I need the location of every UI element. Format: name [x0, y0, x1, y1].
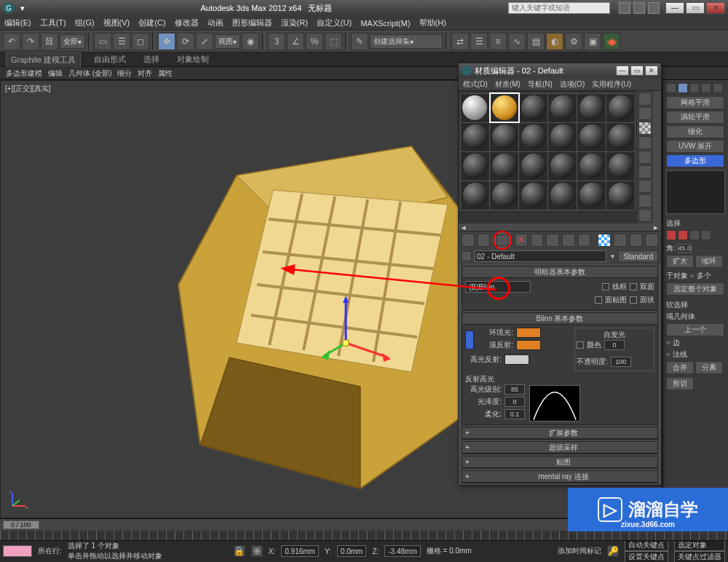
me-menu-utilities[interactable]: 实用程序(U): [592, 79, 631, 90]
material-editor-button[interactable]: ◐: [546, 33, 563, 50]
mod-uvwunwrap[interactable]: UVW 展开: [666, 140, 724, 153]
select-name-button[interactable]: ☰: [113, 33, 130, 50]
panel-create-icon[interactable]: [666, 83, 676, 93]
z-coord-field[interactable]: -3.48mm: [384, 545, 420, 557]
me-makeunique-icon[interactable]: [546, 234, 559, 247]
material-editor-titlebar[interactable]: 材质编辑器 - 02 - Default — ▭ ✕: [459, 63, 661, 78]
panel-display-icon[interactable]: [713, 83, 723, 93]
menu-help[interactable]: 帮助(H): [419, 17, 446, 28]
script-listener[interactable]: [3, 545, 32, 557]
menu-edit[interactable]: 编辑(E): [4, 17, 31, 28]
tab-selection[interactable]: 选择: [139, 52, 164, 66]
undo-button[interactable]: ↶: [3, 33, 20, 50]
grow-button[interactable]: 扩大: [666, 255, 694, 268]
rollout-blinn-head[interactable]: Blinn 基本参数: [462, 313, 657, 325]
tab-freeform[interactable]: 自由形式: [90, 52, 130, 66]
viewport-label[interactable]: [+][正交][真实]: [5, 84, 51, 94]
me-gotoparent-icon[interactable]: [630, 234, 643, 247]
me-uvtile-icon[interactable]: [638, 136, 652, 149]
time-ruler[interactable]: [0, 531, 728, 541]
attach-button[interactable]: 合并: [666, 361, 694, 374]
me-reset-icon[interactable]: ✕: [515, 234, 528, 247]
y-coord-field[interactable]: 0.0mm: [337, 545, 367, 557]
curve-editor-button[interactable]: ∿: [508, 33, 526, 50]
me-showmap-icon[interactable]: [598, 234, 611, 247]
menu-animation[interactable]: 动画: [207, 17, 223, 28]
spinner-snap-button[interactable]: ⬚: [325, 33, 342, 50]
me-pick-icon[interactable]: [462, 251, 472, 261]
me-putmat-icon[interactable]: [478, 234, 491, 247]
twosided-checkbox[interactable]: [630, 283, 637, 290]
subobj-vertex-icon[interactable]: [666, 230, 676, 240]
schematic-button[interactable]: ▤: [527, 33, 545, 50]
x-coord-field[interactable]: 0.916mm: [281, 545, 319, 557]
redo-button[interactable]: ↷: [22, 33, 39, 50]
key-icon[interactable]: 🔑: [607, 545, 619, 557]
mod-selected-epoly[interactable]: 多边形: [666, 154, 724, 167]
rotate-button[interactable]: ⟳: [177, 33, 194, 50]
filter-dropdown[interactable]: 全部 ▾: [60, 34, 85, 49]
mod-turbosmooth[interactable]: 涡轮平滑: [666, 111, 724, 124]
me-menu-material[interactable]: 材质(M): [495, 79, 521, 90]
select-whole-button[interactable]: 选定整个对象: [666, 282, 724, 296]
mod-tessellate[interactable]: 细化: [666, 125, 724, 138]
keyfilter-button[interactable]: 关键点过滤器: [674, 551, 725, 562]
me-puttolib-icon[interactable]: [562, 234, 575, 247]
help-icon[interactable]: [619, 2, 630, 14]
pivot-button[interactable]: ◉: [242, 33, 259, 50]
tab-graphite[interactable]: Graphite 建模工具: [6, 52, 81, 67]
rollout-supersampling-head[interactable]: +超级采样: [462, 442, 657, 454]
angle-spinner[interactable]: 45.0: [678, 244, 692, 253]
specular-color-swatch[interactable]: [505, 355, 529, 365]
render-button[interactable]: 🫖: [603, 33, 620, 50]
subtab-subdivide[interactable]: 细分: [117, 68, 132, 79]
subobj-border-icon[interactable]: [689, 230, 700, 240]
me-menu-navigation[interactable]: 导航(N): [528, 79, 553, 90]
me-preview-icon[interactable]: [638, 165, 652, 178]
material-name-input[interactable]: [475, 250, 606, 262]
lock-selection-icon[interactable]: 🔒: [234, 545, 245, 557]
menu-customize[interactable]: 自定义(U): [317, 17, 352, 28]
me-videocolor-icon[interactable]: [638, 151, 652, 164]
shader-dropdown[interactable]: (B)Blinn: [465, 281, 531, 293]
select-region-button[interactable]: ◻: [132, 33, 149, 50]
help-search-input[interactable]: 键入关键字或短语: [508, 2, 610, 14]
star-icon[interactable]: [633, 2, 645, 14]
rollout-extended-head[interactable]: +扩展参数: [462, 427, 657, 439]
menu-group[interactable]: 组(G): [75, 17, 95, 28]
me-sample-type-icon[interactable]: [638, 92, 652, 106]
me-scroll-right-icon[interactable]: ▸: [654, 223, 658, 232]
addtime-label[interactable]: 添加时间标记: [558, 546, 601, 556]
me-getmat-icon[interactable]: [462, 234, 475, 247]
me-gotosibling-icon[interactable]: [645, 234, 658, 247]
me-selectbymat-icon[interactable]: [638, 194, 652, 207]
me-maximize-button[interactable]: ▭: [630, 66, 644, 76]
modifier-stack-view[interactable]: [666, 170, 725, 214]
subtab-polymodel[interactable]: 多边形建模: [6, 68, 42, 79]
me-makecopy-icon[interactable]: [531, 234, 544, 247]
select-button[interactable]: ▭: [94, 33, 111, 50]
speclevel-spinner[interactable]: 85: [505, 384, 525, 395]
faceted-checkbox[interactable]: [630, 296, 637, 304]
selected-set-field[interactable]: 选定对象: [674, 539, 725, 551]
subtab-edit[interactable]: 编辑: [48, 68, 63, 79]
menu-views[interactable]: 视图(V): [103, 17, 130, 28]
topone-button[interactable]: 上一个: [666, 323, 724, 336]
selfillum-spinner[interactable]: 0: [604, 340, 625, 350]
me-background-icon[interactable]: [638, 122, 652, 135]
menu-create[interactable]: 创建(C): [138, 17, 165, 28]
refcoord-dropdown[interactable]: 视图 ▾: [215, 34, 240, 49]
layer-button[interactable]: ≡: [489, 33, 507, 50]
subobj-edge-icon[interactable]: [678, 230, 688, 240]
me-close-button[interactable]: ✕: [645, 66, 658, 76]
maximize-button[interactable]: ▭: [686, 2, 705, 14]
setkey-button[interactable]: 设置关键点: [625, 551, 668, 562]
menu-modifiers[interactable]: 修改器: [175, 17, 199, 28]
percent-snap-button[interactable]: %: [306, 33, 323, 50]
material-type-button[interactable]: Standard: [618, 250, 658, 262]
mod-meshsmooth[interactable]: 网格平滑: [666, 96, 724, 109]
lock-icon[interactable]: [465, 331, 474, 349]
subobj-poly-icon[interactable]: [701, 230, 711, 240]
rollout-shader-head[interactable]: 明暗器基本参数: [462, 266, 657, 278]
me-assign-to-selection-button[interactable]: [493, 231, 512, 250]
